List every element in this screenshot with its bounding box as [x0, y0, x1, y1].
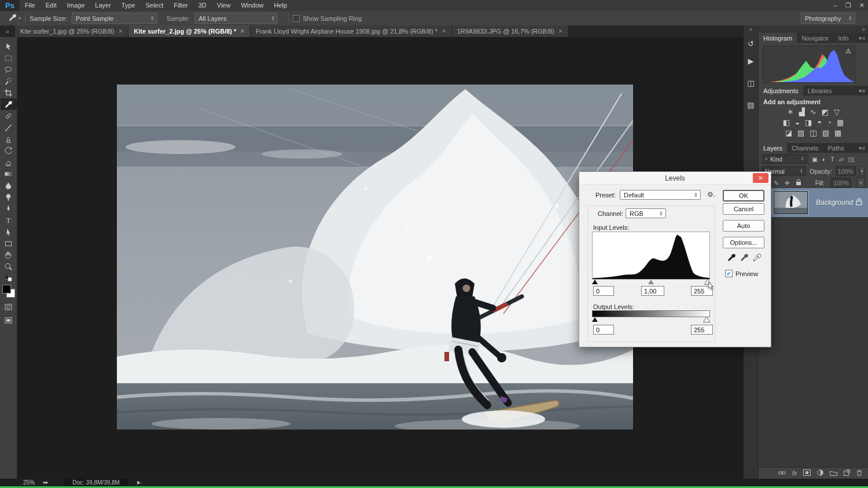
vibrance-adjustment-icon[interactable]: ▽: [834, 107, 840, 118]
foreground-color-swatch[interactable]: [2, 285, 11, 293]
blur-tool[interactable]: [1, 179, 17, 191]
dialog-close-button[interactable]: ✕: [753, 173, 768, 183]
foreground-background-swatches[interactable]: [2, 284, 16, 298]
layer-name[interactable]: Background: [816, 199, 853, 207]
quick-mask-button[interactable]: [1, 301, 17, 313]
collapse-dock-icon[interactable]: »: [862, 26, 865, 32]
tab-adjustments[interactable]: Adjustments: [759, 86, 803, 96]
black-white-icon[interactable]: ◨: [805, 118, 812, 128]
add-layer-mask-icon[interactable]: [803, 469, 811, 477]
layer-thumbnail[interactable]: [774, 191, 808, 214]
filter-type-layers-icon[interactable]: T: [830, 156, 834, 163]
status-options-arrow-icon[interactable]: ▶: [137, 480, 141, 485]
photo-filter-icon[interactable]: ◓: [817, 118, 822, 128]
brightness-contrast-icon[interactable]: ☀: [787, 107, 794, 118]
menu-view[interactable]: View: [212, 0, 236, 11]
filter-shape-layers-icon[interactable]: ▱: [839, 156, 844, 163]
new-adjustment-layer-icon[interactable]: [817, 469, 823, 477]
hue-saturation-icon[interactable]: ◧: [783, 118, 790, 128]
show-sampling-ring-checkbox[interactable]: [293, 15, 300, 22]
eraser-tool[interactable]: [1, 156, 17, 168]
close-button[interactable]: ✕: [859, 0, 865, 11]
output-highlight-slider[interactable]: [703, 317, 710, 324]
input-midtone-field[interactable]: 1,00: [641, 286, 664, 296]
threshold-adjustment-icon[interactable]: ◫: [810, 128, 816, 138]
channel-mixer-icon[interactable]: ◔: [827, 118, 832, 128]
tab-layers[interactable]: Layers: [759, 143, 787, 153]
preview-checkbox-row[interactable]: ✓ Preview: [725, 270, 758, 277]
input-shadow-slider[interactable]: [592, 280, 598, 284]
output-highlight-field[interactable]: 255: [691, 325, 713, 335]
channel-select[interactable]: RGB ⇕: [626, 208, 666, 218]
document-tab-kite-surfer-2[interactable]: Kite surfer_2.jpg @ 25% (RGB/8) * ✕: [128, 25, 251, 37]
zoom-tool[interactable]: [1, 260, 17, 272]
tab-info[interactable]: Info: [833, 33, 853, 43]
panel-menu-icon[interactable]: ▾≡: [859, 86, 866, 96]
black-point-eyedropper-icon[interactable]: [727, 253, 736, 263]
posterize-adjustment-icon[interactable]: ▨: [797, 128, 804, 138]
lock-position-icon[interactable]: ✛: [785, 179, 790, 186]
crop-tool[interactable]: [1, 87, 17, 98]
path-selection-tool[interactable]: [1, 226, 17, 237]
tab-overflow-icon[interactable]: »: [0, 25, 15, 37]
tab-paths[interactable]: Paths: [823, 143, 849, 153]
options-button[interactable]: Options...: [723, 237, 764, 248]
default-colors-icon[interactable]: [1, 275, 17, 282]
history-brush-tool[interactable]: [1, 145, 17, 156]
preset-select[interactable]: Default ⇕: [620, 190, 701, 200]
input-shadow-field[interactable]: 0: [593, 286, 614, 296]
menu-image[interactable]: Image: [62, 0, 90, 11]
gradient-tool[interactable]: [1, 168, 17, 179]
rectangle-tool[interactable]: [1, 237, 17, 249]
tool-presets-panel-icon[interactable]: ▤: [744, 98, 758, 112]
exposure-adjustment-icon[interactable]: ◩: [822, 107, 829, 118]
marquee-tool[interactable]: [1, 52, 17, 64]
menu-help[interactable]: Help: [269, 0, 293, 11]
sample-size-select[interactable]: Point Sample ⇕: [72, 13, 157, 24]
lock-pixels-icon[interactable]: ✎: [774, 179, 779, 186]
canvas-image-kite-surfer[interactable]: [117, 85, 633, 430]
output-shadow-field[interactable]: 0: [593, 325, 614, 335]
sample-select[interactable]: All Layers ⇕: [194, 13, 278, 24]
document-tab-airplane-house[interactable]: Frank Lloyd Wright Airplane House 1908.j…: [251, 25, 452, 37]
tab-channels[interactable]: Channels: [787, 143, 823, 153]
restore-button[interactable]: ❐: [845, 0, 851, 11]
gray-point-eyedropper-icon[interactable]: [740, 253, 749, 263]
brush-tool[interactable]: [1, 122, 17, 133]
expand-dock-icon[interactable]: »: [749, 25, 753, 33]
auto-button[interactable]: Auto: [723, 220, 764, 232]
menu-3d[interactable]: 3D: [193, 0, 212, 11]
preview-checkbox[interactable]: ✓: [725, 270, 733, 277]
document-tab-kite-surfer-1[interactable]: Kite surfer_1.jpg @ 25% (RGB/8) ✕: [15, 25, 128, 37]
histogram-warning-icon[interactable]: ⚠: [845, 47, 851, 55]
filter-pixel-layers-icon[interactable]: ▣: [812, 156, 818, 163]
white-point-eyedropper-icon[interactable]: [752, 253, 762, 263]
lasso-tool[interactable]: [1, 64, 17, 75]
selective-color-icon[interactable]: ▧: [822, 128, 829, 138]
lock-all-icon[interactable]: [796, 179, 801, 187]
cancel-button[interactable]: Cancel: [723, 203, 764, 215]
layer-filter-kind-select[interactable]: ⌕ Kind ⇕: [762, 154, 807, 164]
tab-navigator[interactable]: Navigator: [797, 33, 833, 43]
fill-dropdown-icon[interactable]: ▾: [857, 178, 865, 188]
fill-value[interactable]: 100%: [830, 178, 851, 188]
layer-row-background[interactable]: Background: [759, 188, 868, 217]
panel-menu-icon[interactable]: ▾≡: [859, 33, 866, 43]
eyedropper-tool-icon[interactable]: [8, 13, 17, 23]
tab-close-icon[interactable]: ✕: [558, 28, 563, 34]
new-group-icon[interactable]: [830, 470, 837, 477]
tab-close-icon[interactable]: ✕: [442, 28, 446, 34]
clone-source-panel-icon[interactable]: ◫: [744, 76, 758, 90]
filter-adjustment-layers-icon[interactable]: ◐: [822, 156, 826, 163]
menu-type[interactable]: Type: [116, 0, 141, 11]
screen-mode-button[interactable]: [1, 314, 17, 326]
menu-edit[interactable]: Edit: [41, 0, 62, 11]
share-icon[interactable]: ➦: [43, 479, 48, 486]
document-tab-1r9a9833[interactable]: 1R9A9833.JPG @ 16,7% (RGB/8) ✕: [452, 25, 569, 37]
dodge-tool[interactable]: [1, 191, 17, 203]
input-midtone-slider[interactable]: [648, 280, 654, 284]
eyedropper-tool[interactable]: [1, 98, 17, 110]
history-panel-icon[interactable]: ↺: [744, 36, 758, 50]
delete-layer-icon[interactable]: [856, 469, 862, 477]
color-balance-icon[interactable]: ◒: [795, 118, 800, 128]
